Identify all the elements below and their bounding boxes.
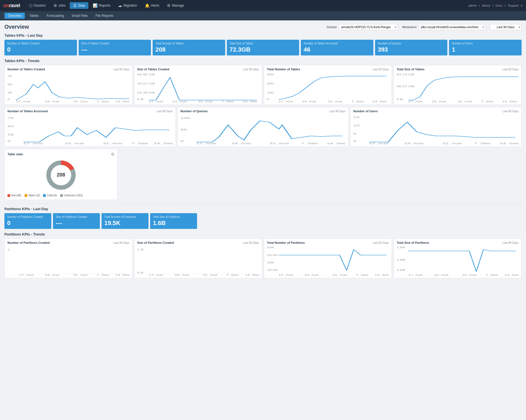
svg-text:7. Sep: 7. Sep	[226, 274, 238, 276]
svg-text:50: 50	[7, 125, 14, 128]
chart-title: Total Size of Partitions	[397, 241, 429, 244]
kpi-value-3: 72.3GB	[230, 46, 297, 53]
chart-body: 1.6B 1.6B 1.6B 17. Aug 24. Aug 31. Aug 7…	[397, 245, 519, 276]
nav-admin[interactable]: admin	[468, 4, 477, 7]
chart-period: Last 90 Days	[156, 110, 172, 113]
app-logo[interactable]: unravel	[3, 3, 20, 9]
svg-text:24. Aug: 24. Aug	[302, 100, 317, 102]
jobs-icon: ⚙	[54, 3, 57, 8]
manage-icon: ⚙	[167, 3, 171, 8]
svg-text:17. Aug: 17. Aug	[149, 100, 163, 102]
metastore-select-wrapper: jdbc:mysql://tnode50.unraveldata.com/hiv…	[418, 24, 485, 30]
svg-text:100: 100	[267, 91, 274, 94]
svg-text:200: 200	[267, 82, 274, 85]
nav-signout-icon[interactable]: ⎋	[521, 4, 523, 7]
nav-data[interactable]: ☰ Data	[70, 2, 88, 9]
svg-text:93.13 GB: 93.13 GB	[397, 73, 415, 76]
svg-text:7. Sep: 7. Sep	[222, 100, 234, 102]
chart-title: Size of Partitions Created	[137, 241, 174, 244]
svg-text:18.5K: 18.5K	[267, 269, 278, 271]
chart-svg: 75 50 25 0 17. Aug 24. Aug 31. Aug 7. Se…	[7, 114, 173, 144]
svg-text:14. Sep: 14. Sep	[243, 100, 257, 102]
sub-navigation: Overview Tables Forecasting Small Files …	[0, 11, 526, 20]
legend-hot: Hot (46)	[7, 194, 21, 197]
svg-text:17. Aug: 17. Aug	[16, 100, 30, 102]
header-controls: Cluster wnode25-HDP315-TLS-Kerb-Ranger M…	[326, 24, 522, 30]
subnav-file-reports[interactable]: File Reports	[92, 13, 117, 19]
svg-text:14. Sep: 14. Sep	[115, 274, 129, 276]
chart-period: Last 90 Days	[503, 241, 519, 244]
subnav-tables[interactable]: Tables	[26, 13, 42, 19]
chart-title: Number of Users	[353, 109, 378, 113]
subnav-small-files[interactable]: Small Files	[68, 13, 91, 19]
chart-svg: 75 50 25 0 17. Aug 24. Aug 31. Aug 7. Se…	[7, 72, 129, 102]
nav-clusters[interactable]: ⬡ Clusters	[26, 2, 49, 9]
svg-text:7. Sep: 7. Sep	[351, 100, 363, 102]
svg-text:23.28 GB: 23.28 GB	[137, 91, 155, 94]
nav-jobs[interactable]: ⚙ Jobs	[50, 2, 69, 9]
svg-text:17. Aug: 17. Aug	[279, 274, 293, 276]
svg-text:5K: 5K	[180, 128, 188, 131]
svg-text:25: 25	[7, 91, 12, 94]
kpi-total-size-partitions: Total Size of Partitions 1.6B	[150, 213, 197, 229]
subnav-overview[interactable]: Overview	[4, 13, 25, 19]
table-state-settings-icon[interactable]: ⚙	[111, 152, 115, 156]
svg-text:24. Aug: 24. Aug	[432, 100, 446, 102]
chart-header: Total Size of Partitions Last 90 Days	[397, 241, 519, 244]
nav-support[interactable]: Support	[508, 4, 519, 7]
nav-manage[interactable]: ⚙ Manage	[164, 2, 187, 9]
svg-text:31. Aug: 31. Aug	[198, 100, 212, 102]
chart-period: Last 90 Days	[503, 68, 519, 71]
svg-text:1: 1	[7, 248, 10, 251]
svg-text:31. Aug: 31. Aug	[328, 100, 342, 102]
svg-text:24. Aug: 24. Aug	[404, 142, 424, 144]
legend-cold: Cold (0)	[43, 194, 57, 197]
nav-migration[interactable]: ☁ Migration	[115, 2, 140, 9]
date-range-select[interactable]: Last 90 Days	[490, 24, 522, 30]
nav-items: ⬡ Clusters ⚙ Jobs ☰ Data 📊 Reports ☁ Mig…	[26, 2, 469, 9]
chart-title: Number of Partitions Created	[7, 241, 50, 244]
chart-svg: 10K 5K 0 17. Aug 24. Aug 31. Aug 7. Sep …	[180, 114, 346, 144]
chart-num-tables-accessed: Number of Tables Accessed Last 90 Days 7…	[4, 107, 176, 147]
svg-text:14. Sep: 14. Sep	[115, 100, 129, 102]
nav-docs[interactable]: Docs	[496, 4, 503, 7]
cluster-select[interactable]: wnode25-HDP315-TLS-Kerb-Ranger	[339, 24, 398, 30]
partitions-kpi-last-day-title: Partitions KPIs - Last Day	[4, 207, 522, 211]
chart-title: Size of Tables Created	[137, 68, 169, 71]
svg-text:19K: 19K	[267, 261, 275, 264]
chart-total-num-partitions: Total Number of Partitions Last 90 Days …	[264, 239, 392, 278]
main-content: Overview Cluster wnode25-HDP315-TLS-Kerb…	[0, 20, 526, 284]
chart-period: Last 90 Days	[373, 68, 389, 71]
svg-text:24. Aug: 24. Aug	[45, 100, 59, 102]
chart-header: Number of Tables Accessed Last 90 Days	[7, 109, 173, 113]
svg-text:14. Sep: 14. Sep	[500, 142, 519, 144]
svg-text:0 B: 0 B	[397, 98, 403, 101]
svg-text:69.85 GB: 69.85 GB	[137, 73, 155, 76]
svg-text:300: 300	[267, 73, 274, 76]
clusters-icon: ⬡	[29, 3, 32, 8]
nav-alerts[interactable]: 🔔 Alerts	[142, 2, 163, 9]
chart-svg: 93.13 GB 46.57 GB 0 B 17. Aug 24. Aug 31…	[397, 72, 519, 102]
svg-text:0 B: 0 B	[137, 98, 144, 101]
chart-size-tables-created: Size of Tables Created Last 90 Days 69.8…	[134, 65, 262, 105]
svg-text:17. Aug: 17. Aug	[408, 100, 423, 102]
chart-svg: 20K 19.5K 19K 18.5K 17. Aug 24. Aug 31. …	[267, 245, 389, 276]
chart-body: 93.13 GB 46.57 GB 0 B 17. Aug 24. Aug 31…	[397, 72, 519, 102]
chart-header: Number of Tables Created Last 90 Days	[7, 68, 129, 71]
svg-text:14. Sep: 14. Sep	[245, 274, 259, 276]
kpi-label-6: Number of Users	[452, 42, 519, 45]
svg-text:14. Sep: 14. Sep	[326, 142, 346, 144]
nav-about[interactable]: About	[482, 4, 490, 7]
donut-chart: 208	[44, 159, 78, 192]
svg-text:7. Sep: 7. Sep	[97, 100, 109, 102]
top-navigation: unravel ⬡ Clusters ⚙ Jobs ☰ Data 📊 Repor…	[0, 0, 526, 11]
metastore-select[interactable]: jdbc:mysql://tnode50.unraveldata.com/hiv…	[418, 24, 485, 30]
table-state-section: Table state ⚙ 208 Hot (46) Warm (0)	[4, 149, 118, 200]
svg-text:31. Aug: 31. Aug	[462, 274, 477, 276]
chart-period: Last 90 Days	[503, 110, 519, 113]
subnav-forecasting[interactable]: Forecasting	[43, 13, 67, 19]
chart-title: Total Number of Tables	[267, 68, 300, 71]
kpi-label-4: Number of Tables Accessed	[304, 42, 371, 45]
nav-reports[interactable]: 📊 Reports	[89, 2, 114, 9]
tables-kpi-trends-title: Tables KPIs - Trends	[4, 59, 522, 63]
